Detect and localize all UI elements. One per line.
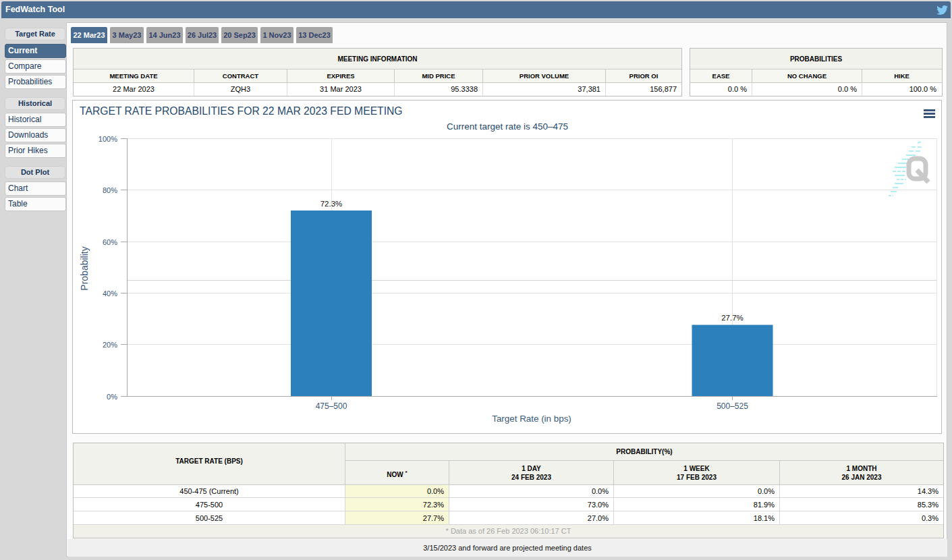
svg-text:0%: 0% [107,393,117,401]
svg-text:72.3%: 72.3% [320,200,343,208]
svg-text:475–500: 475–500 [316,401,347,411]
svg-text:500–525: 500–525 [717,401,748,411]
svg-text:27.7%: 27.7% [721,314,744,322]
svg-text:40%: 40% [103,289,117,298]
svg-text:60%: 60% [103,238,117,246]
svg-text:Current target rate is 450–475: Current target rate is 450–475 [447,121,568,132]
svg-text:80%: 80% [103,186,117,194]
svg-text:20%: 20% [103,341,117,349]
svg-text:100%: 100% [99,135,117,143]
svg-text:TARGET RATE PROBABILITIES FOR: TARGET RATE PROBABILITIES FOR 22 MAR 202… [80,105,403,117]
svg-text:Target Rate (in bps): Target Rate (in bps) [492,414,571,424]
svg-text:Probability: Probability [79,246,90,290]
